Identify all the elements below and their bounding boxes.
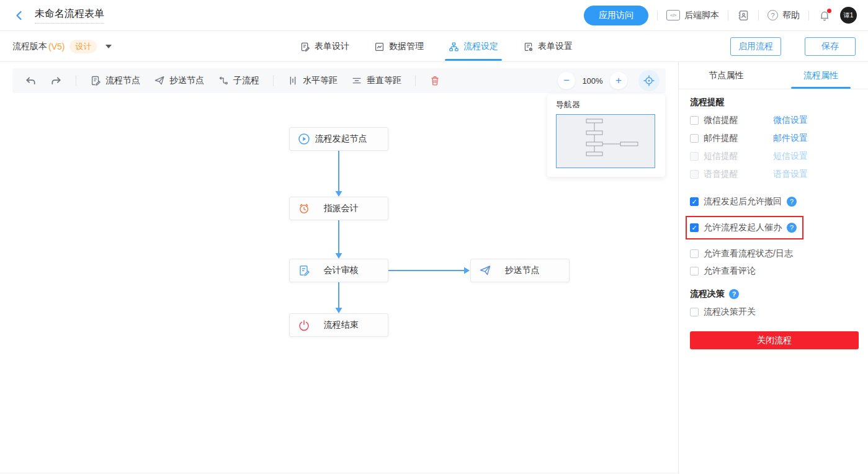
- tab-node-properties[interactable]: 节点属性: [679, 62, 774, 89]
- node-flow-start[interactable]: 流程发起节点: [289, 127, 388, 151]
- save-button[interactable]: 保存: [805, 37, 856, 56]
- voice-settings-link: 语音设置: [773, 169, 808, 180]
- node-assign-accountant[interactable]: 指派会计: [289, 197, 388, 220]
- version-label: 流程版本: [12, 41, 47, 52]
- help-button[interactable]: ? 帮助: [767, 10, 800, 21]
- help-question-icon[interactable]: ?: [787, 197, 797, 207]
- tab-label: 流程设定: [463, 41, 498, 52]
- divider: [657, 11, 658, 20]
- tab-form-design[interactable]: 表单设计: [300, 31, 349, 62]
- zoom-out-button[interactable]: −: [558, 72, 575, 89]
- app-access-button[interactable]: 应用访问: [584, 6, 648, 25]
- page-title[interactable]: 未命名流程表单: [35, 7, 104, 24]
- help-question-icon[interactable]: ?: [729, 289, 739, 299]
- power-icon: [298, 319, 310, 331]
- properties-tabs: 节点属性 流程属性: [679, 62, 868, 89]
- divider: [273, 75, 274, 86]
- flow-canvas[interactable]: 流程节点 抄送节点: [0, 62, 678, 473]
- decision-title: 流程决策: [690, 288, 725, 300]
- email-reminder-checkbox[interactable]: [690, 134, 699, 143]
- form-design-icon: [300, 42, 310, 52]
- minimap[interactable]: [556, 114, 655, 168]
- module-tabs: 表单设计 数据管理: [300, 31, 573, 62]
- option-label[interactable]: 允许查看评论: [704, 266, 756, 277]
- option-label[interactable]: 允许查看流程状态/日志: [704, 248, 793, 259]
- tab-flow-setting[interactable]: 流程设定: [449, 31, 498, 62]
- option-allow-urge: ✓ 允许流程发起人催办 ?: [690, 220, 797, 235]
- enable-flow-button[interactable]: 启用流程: [730, 37, 781, 56]
- vertical-distribute-icon: [351, 75, 362, 86]
- notification-bell-button[interactable]: [818, 9, 831, 22]
- trash-icon: [429, 75, 441, 86]
- allow-withdraw-checkbox[interactable]: ✓: [690, 197, 699, 206]
- vertical-distribute-button[interactable]: 垂直等距: [347, 72, 405, 89]
- close-flow-button[interactable]: 关闭流程: [690, 331, 859, 349]
- canvas-toolbar: 流程节点 抄送节点: [12, 68, 666, 93]
- undo-button[interactable]: [21, 72, 40, 89]
- redo-button[interactable]: [47, 72, 66, 89]
- reminder-label: 短信提醒: [704, 151, 773, 162]
- divider: [728, 11, 728, 20]
- add-subflow-button[interactable]: 子流程: [214, 72, 263, 89]
- add-cc-node-button[interactable]: 抄送节点: [150, 72, 208, 89]
- toolbar-label: 水平等距: [303, 75, 338, 86]
- section-title-reminder: 流程提醒: [690, 97, 859, 108]
- tab-form-settings[interactable]: 表单设置: [523, 31, 573, 62]
- option-label[interactable]: 流程决策开关: [704, 306, 756, 318]
- reminder-row-voice: 语音提醒 语音设置: [690, 166, 859, 183]
- address-book-button[interactable]: [737, 9, 749, 22]
- node-flow-end[interactable]: 流程结束: [289, 313, 388, 337]
- fit-view-button[interactable]: [638, 70, 660, 91]
- email-settings-link[interactable]: 邮件设置: [773, 133, 808, 144]
- backend-script-button[interactable]: </> 后端脚本: [666, 10, 719, 21]
- sub-header: 流程版本 (V5) 设计 表单设计: [0, 31, 868, 62]
- view-status-log-checkbox[interactable]: [690, 249, 699, 258]
- wechat-settings-link[interactable]: 微信设置: [773, 115, 808, 126]
- data-manage-icon: [374, 42, 385, 52]
- allow-urge-checkbox[interactable]: ✓: [690, 223, 699, 232]
- node-accountant-audit[interactable]: 会计审核: [289, 259, 388, 282]
- help-question-icon[interactable]: ?: [787, 223, 797, 233]
- version-tag: (V5): [48, 42, 65, 51]
- option-view-comments: 允许查看评论: [690, 262, 859, 280]
- add-flow-node-button[interactable]: 流程节点: [86, 72, 144, 89]
- option-label[interactable]: 流程发起后允许撤回: [704, 196, 782, 207]
- paper-plane-icon: [479, 264, 491, 277]
- horizontal-distribute-button[interactable]: 水平等距: [284, 72, 341, 89]
- wechat-reminder-checkbox[interactable]: [690, 116, 699, 125]
- highlight-box: ✓ 允许流程发起人催办 ?: [686, 216, 803, 239]
- reminder-row-wechat: 微信提醒 微信设置: [690, 112, 859, 129]
- avatar[interactable]: 谭1: [840, 7, 857, 24]
- toolbar-label: 垂直等距: [367, 75, 401, 86]
- notification-dot: [827, 9, 831, 13]
- view-comments-checkbox[interactable]: [690, 267, 699, 275]
- node-label: 流程发起节点: [310, 133, 380, 145]
- reminder-label[interactable]: 微信提醒: [704, 115, 773, 126]
- flow-setting-icon: [449, 42, 459, 52]
- reminder-label[interactable]: 邮件提醒: [704, 133, 773, 144]
- node-label: 指派会计: [310, 203, 380, 214]
- alarm-clock-icon: [298, 202, 310, 215]
- delete-button[interactable]: [426, 75, 444, 86]
- option-label[interactable]: 允许流程发起人催办: [704, 222, 782, 233]
- reminder-label: 语音提醒: [704, 169, 773, 180]
- reminder-row-email: 邮件提醒 邮件设置: [690, 130, 859, 147]
- subflow-icon: [218, 75, 229, 86]
- tab-flow-properties[interactable]: 流程属性: [774, 62, 868, 89]
- chevron-down-icon[interactable]: [105, 45, 112, 48]
- sms-settings-link: 短信设置: [773, 151, 808, 162]
- navigator-panel: 导航器: [547, 94, 665, 177]
- tab-label: 表单设置: [538, 41, 573, 52]
- divider: [808, 11, 809, 20]
- play-icon: [298, 133, 310, 145]
- node-label: 流程结束: [310, 320, 380, 331]
- node-label: 会计审核: [310, 265, 380, 276]
- tab-data-manage[interactable]: 数据管理: [374, 31, 424, 62]
- node-cc[interactable]: 抄送节点: [470, 259, 570, 282]
- zoom-in-button[interactable]: +: [610, 72, 627, 89]
- decision-switch-checkbox[interactable]: [690, 308, 699, 316]
- divider: [76, 75, 76, 86]
- edit-doc-icon: [298, 264, 310, 277]
- toolbar-label: 流程节点: [105, 75, 140, 86]
- back-icon[interactable]: [12, 9, 26, 22]
